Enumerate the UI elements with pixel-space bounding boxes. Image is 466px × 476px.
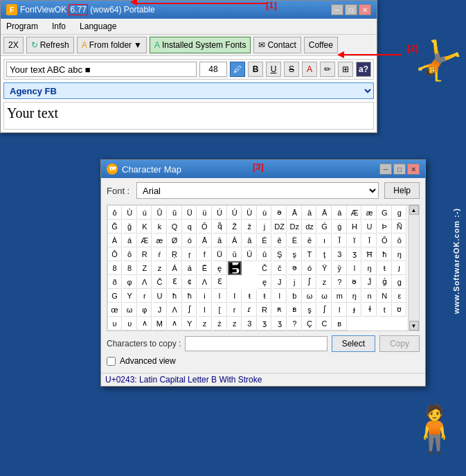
char-cell[interactable]: Ā [198, 233, 212, 247]
char-cell[interactable]: z [153, 261, 167, 275]
char-cell[interactable]: Ù [123, 206, 137, 220]
char-cell[interactable]: 3 [243, 317, 257, 330]
char-cell[interactable]: Ā [288, 206, 302, 220]
advanced-view-checkbox[interactable] [107, 357, 116, 366]
scroll-up-button[interactable]: ▲ [409, 205, 419, 215]
char-cell[interactable]: ʒ [258, 317, 271, 330]
char-cell[interactable]: l [348, 261, 361, 275]
char-cell[interactable]: ȷ [393, 261, 406, 275]
char-cell[interactable]: ∧ [168, 317, 182, 330]
char-cell[interactable]: g [393, 275, 406, 289]
select-button[interactable]: Select [332, 335, 375, 352]
char-cell[interactable]: ó [303, 261, 316, 275]
char-cell[interactable]: ę [213, 261, 227, 275]
char-cell[interactable]: ħ [168, 289, 182, 303]
char-cell[interactable]: j [258, 220, 271, 233]
installed-fonts-button[interactable]: A Installed System Fonts [150, 37, 251, 53]
bold-button[interactable]: B [248, 62, 263, 77]
char-cell[interactable]: ŋ [348, 289, 361, 303]
char-cell[interactable]: Ï [363, 233, 377, 247]
char-cell[interactable]: À [108, 233, 122, 247]
char-cell[interactable]: Č [258, 261, 271, 275]
char-cell[interactable]: Ğ [108, 220, 122, 233]
char-cell[interactable]: i [198, 289, 212, 303]
char-cell[interactable]: Û [153, 206, 167, 220]
char-cell[interactable]: ġ [333, 220, 347, 233]
char-cell[interactable]: ð [108, 275, 122, 289]
char-cell[interactable]: Ø [168, 233, 182, 247]
minimize-button[interactable]: ─ [331, 4, 343, 15]
char-cell[interactable]: Ɛ [168, 275, 182, 289]
char-cell[interactable]: ŕ [153, 247, 167, 261]
char-cell[interactable]: ŧ [378, 261, 392, 275]
char-cell[interactable]: Λ [168, 303, 182, 317]
char-cell[interactable]: Â [228, 233, 242, 247]
char-cell[interactable]: Ĭ [333, 233, 347, 247]
char-cell[interactable]: Ú [228, 206, 242, 220]
char-cell[interactable]: Ô [108, 247, 122, 261]
char-cell[interactable]: ę [258, 275, 271, 289]
char-cell[interactable]: Ħ [363, 247, 377, 261]
char-cell[interactable]: ∧ [138, 317, 152, 330]
char-cell[interactable]: H [348, 220, 361, 233]
charmap-minimize[interactable]: ─ [379, 164, 392, 175]
char-cell[interactable]: ā [213, 233, 227, 247]
char-cell[interactable]: ʒ [348, 247, 361, 261]
char-cell[interactable]: Á [168, 261, 182, 275]
char-cell[interactable]: ¢ [183, 275, 197, 289]
char-cell[interactable]: υ [108, 317, 122, 330]
from-folder-button[interactable]: A From folder ▼ [77, 37, 147, 53]
char-cell[interactable]: Ú [243, 247, 257, 261]
char-cell[interactable]: z [318, 275, 332, 289]
char-cell[interactable]: DZ [273, 220, 287, 233]
char-cell[interactable]: ţ [318, 247, 332, 261]
char-cell[interactable]: ħ [183, 289, 197, 303]
char-cell[interactable]: ó [183, 233, 197, 247]
char-cell[interactable]: Ñ [393, 220, 406, 233]
char-cell[interactable]: æ [153, 233, 167, 247]
font-selector[interactable]: Agency FB [3, 82, 374, 99]
char-cell[interactable]: ō [393, 233, 406, 247]
charmap-close[interactable]: ✕ [407, 164, 420, 175]
char-cell[interactable]: Þ [378, 220, 392, 233]
char-cell[interactable]: Ş [273, 247, 287, 261]
char-cell[interactable]: ú [138, 206, 152, 220]
char-cell[interactable]: ə [288, 261, 302, 275]
char-cell[interactable]: ğ [123, 220, 137, 233]
char-cell[interactable]: Λ [198, 275, 212, 289]
char-cell[interactable]: Ĵ [363, 275, 377, 289]
char-cell[interactable]: Ū [213, 247, 227, 261]
charmap-maximize[interactable]: □ [393, 164, 406, 175]
char-cell[interactable]: ə [348, 275, 361, 289]
char-cell[interactable]: R [138, 247, 152, 261]
char-cell[interactable]: č [273, 261, 287, 275]
char-cell[interactable]: z [198, 317, 212, 330]
char-cell[interactable]: â [243, 233, 257, 247]
char-cell[interactable]: Y [123, 289, 137, 303]
char-cell[interactable]: Z [138, 261, 152, 275]
char-cell[interactable]: á [123, 233, 137, 247]
char-cell[interactable]: t [378, 303, 392, 317]
char-cell[interactable]: æ [363, 206, 377, 220]
char-cell[interactable]: á [333, 206, 347, 220]
char-cell[interactable]: R [258, 303, 271, 317]
char-cell[interactable]: 8 [123, 261, 137, 275]
char-cell[interactable]: f [198, 247, 212, 261]
char-cell[interactable]: M [153, 317, 167, 330]
menu-info[interactable]: Info [49, 20, 69, 33]
char-cell[interactable]: É [258, 233, 271, 247]
char-cell[interactable]: J [273, 275, 287, 289]
char-cell[interactable]: Æ [348, 206, 361, 220]
char-cell[interactable]: ʀ [273, 303, 287, 317]
coffee-button[interactable]: Coffee [304, 37, 338, 53]
close-button[interactable]: ✕ [359, 4, 371, 15]
char-cell[interactable]: b [288, 289, 302, 303]
char-cell[interactable]: ə [273, 206, 287, 220]
char-cell[interactable]: ā [303, 206, 316, 220]
char-cell[interactable]: õ [108, 206, 122, 220]
size-input[interactable] [199, 62, 227, 77]
char-cell[interactable]: в [333, 317, 347, 330]
char-cell[interactable]: œ [108, 303, 122, 317]
char-cell[interactable]: υ [123, 317, 137, 330]
char-cell[interactable]: Ġ [318, 220, 332, 233]
